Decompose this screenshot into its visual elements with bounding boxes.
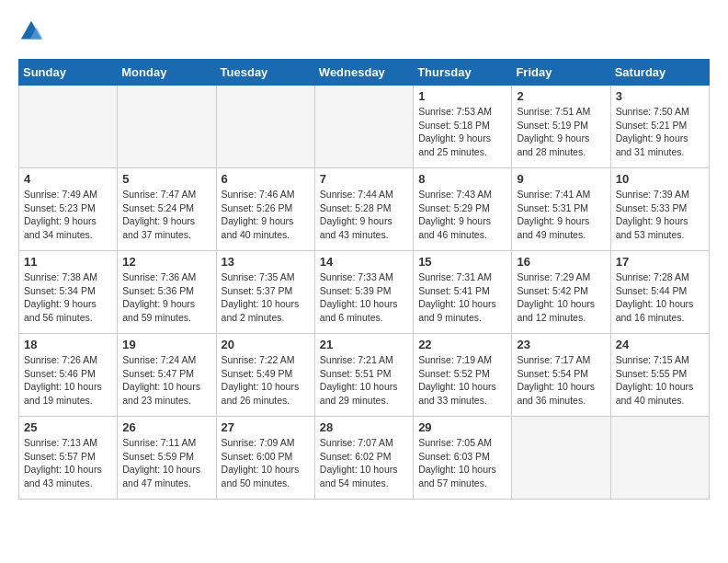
calendar-cell: 26Sunrise: 7:11 AM Sunset: 5:59 PM Dayli…: [118, 417, 216, 500]
day-number: 16: [517, 255, 605, 269]
day-info: Sunrise: 7:50 AM Sunset: 5:21 PM Dayligh…: [616, 105, 704, 159]
week-row-4: 18Sunrise: 7:26 AM Sunset: 5:46 PM Dayli…: [19, 334, 710, 417]
calendar-cell: [512, 417, 610, 500]
calendar-cell: 18Sunrise: 7:26 AM Sunset: 5:46 PM Dayli…: [19, 334, 118, 417]
day-info: Sunrise: 7:46 AM Sunset: 5:26 PM Dayligh…: [222, 188, 310, 242]
calendar-cell: 29Sunrise: 7:05 AM Sunset: 6:03 PM Dayli…: [414, 417, 512, 500]
page-header: [18, 18, 710, 44]
day-number: 3: [616, 89, 704, 103]
calendar-cell: 24Sunrise: 7:15 AM Sunset: 5:55 PM Dayli…: [610, 334, 709, 417]
day-info: Sunrise: 7:38 AM Sunset: 5:34 PM Dayligh…: [24, 270, 112, 325]
day-info: Sunrise: 7:19 AM Sunset: 5:52 PM Dayligh…: [418, 353, 506, 408]
day-info: Sunrise: 7:26 AM Sunset: 5:46 PM Dayligh…: [24, 353, 112, 408]
day-number: 26: [122, 420, 210, 434]
calendar-table: SundayMondayTuesdayWednesdayThursdayFrid…: [18, 59, 710, 500]
calendar-cell: 11Sunrise: 7:38 AM Sunset: 5:34 PM Dayli…: [19, 251, 118, 334]
header-monday: Monday: [118, 60, 216, 86]
header-row: SundayMondayTuesdayWednesdayThursdayFrid…: [19, 60, 710, 86]
week-row-5: 25Sunrise: 7:13 AM Sunset: 5:57 PM Dayli…: [19, 417, 710, 500]
calendar-cell: [314, 86, 413, 168]
day-number: 6: [222, 172, 310, 186]
calendar-cell: [19, 86, 118, 168]
calendar-cell: 12Sunrise: 7:36 AM Sunset: 5:36 PM Dayli…: [118, 251, 216, 334]
calendar-cell: 4Sunrise: 7:49 AM Sunset: 5:23 PM Daylig…: [19, 168, 118, 251]
day-number: 5: [122, 172, 210, 186]
day-number: 13: [222, 255, 310, 269]
day-info: Sunrise: 7:29 AM Sunset: 5:42 PM Dayligh…: [517, 270, 605, 325]
calendar-cell: 16Sunrise: 7:29 AM Sunset: 5:42 PM Dayli…: [512, 251, 610, 334]
day-number: 17: [616, 255, 704, 269]
day-number: 29: [418, 420, 506, 434]
calendar-cell: 22Sunrise: 7:19 AM Sunset: 5:52 PM Dayli…: [414, 334, 512, 417]
day-info: Sunrise: 7:09 AM Sunset: 6:00 PM Dayligh…: [222, 436, 310, 490]
header-friday: Friday: [512, 60, 610, 86]
calendar-cell: 15Sunrise: 7:31 AM Sunset: 5:41 PM Dayli…: [414, 251, 512, 334]
day-number: 9: [517, 172, 605, 186]
day-info: Sunrise: 7:43 AM Sunset: 5:29 PM Dayligh…: [418, 188, 506, 242]
day-info: Sunrise: 7:07 AM Sunset: 6:02 PM Dayligh…: [320, 436, 408, 490]
calendar-cell: 5Sunrise: 7:47 AM Sunset: 5:24 PM Daylig…: [118, 168, 216, 251]
day-info: Sunrise: 7:33 AM Sunset: 5:39 PM Dayligh…: [320, 270, 408, 325]
day-number: 14: [320, 255, 408, 269]
day-number: 25: [24, 420, 112, 434]
day-number: 12: [122, 255, 210, 269]
logo: [18, 18, 46, 44]
calendar-cell: 1Sunrise: 7:53 AM Sunset: 5:18 PM Daylig…: [414, 86, 512, 168]
calendar-cell: 2Sunrise: 7:51 AM Sunset: 5:19 PM Daylig…: [512, 86, 610, 168]
calendar-cell: 3Sunrise: 7:50 AM Sunset: 5:21 PM Daylig…: [610, 86, 709, 168]
calendar-cell: 7Sunrise: 7:44 AM Sunset: 5:28 PM Daylig…: [314, 168, 413, 251]
day-number: 28: [320, 420, 408, 434]
day-number: 24: [616, 338, 704, 351]
calendar-cell: 10Sunrise: 7:39 AM Sunset: 5:33 PM Dayli…: [610, 168, 709, 251]
day-number: 10: [616, 172, 704, 186]
calendar-cell: 17Sunrise: 7:28 AM Sunset: 5:44 PM Dayli…: [610, 251, 709, 334]
header-saturday: Saturday: [610, 60, 709, 86]
calendar-cell: 27Sunrise: 7:09 AM Sunset: 6:00 PM Dayli…: [216, 417, 314, 500]
calendar-cell: 8Sunrise: 7:43 AM Sunset: 5:29 PM Daylig…: [414, 168, 512, 251]
week-row-1: 1Sunrise: 7:53 AM Sunset: 5:18 PM Daylig…: [19, 86, 710, 168]
day-number: 2: [517, 89, 605, 103]
week-row-2: 4Sunrise: 7:49 AM Sunset: 5:23 PM Daylig…: [19, 168, 710, 251]
day-number: 4: [24, 172, 112, 186]
day-info: Sunrise: 7:49 AM Sunset: 5:23 PM Dayligh…: [24, 188, 112, 242]
day-info: Sunrise: 7:39 AM Sunset: 5:33 PM Dayligh…: [616, 188, 704, 242]
day-info: Sunrise: 7:51 AM Sunset: 5:19 PM Dayligh…: [517, 105, 605, 159]
calendar-cell: 13Sunrise: 7:35 AM Sunset: 5:37 PM Dayli…: [216, 251, 314, 334]
calendar-cell: 25Sunrise: 7:13 AM Sunset: 5:57 PM Dayli…: [19, 417, 118, 500]
day-number: 7: [320, 172, 408, 186]
header-tuesday: Tuesday: [216, 60, 314, 86]
day-info: Sunrise: 7:36 AM Sunset: 5:36 PM Dayligh…: [122, 270, 210, 325]
logo-icon: [18, 18, 44, 44]
day-number: 1: [418, 89, 506, 103]
day-number: 8: [418, 172, 506, 186]
day-info: Sunrise: 7:17 AM Sunset: 5:54 PM Dayligh…: [517, 353, 605, 408]
day-number: 19: [122, 338, 210, 351]
day-info: Sunrise: 7:53 AM Sunset: 5:18 PM Dayligh…: [418, 105, 506, 159]
day-number: 27: [222, 420, 310, 434]
calendar-cell: [118, 86, 216, 168]
calendar-cell: 21Sunrise: 7:21 AM Sunset: 5:51 PM Dayli…: [314, 334, 413, 417]
calendar-cell: 19Sunrise: 7:24 AM Sunset: 5:47 PM Dayli…: [118, 334, 216, 417]
header-wednesday: Wednesday: [314, 60, 413, 86]
day-number: 22: [418, 338, 506, 351]
day-info: Sunrise: 7:24 AM Sunset: 5:47 PM Dayligh…: [122, 353, 210, 408]
calendar-cell: [216, 86, 314, 168]
day-number: 11: [24, 255, 112, 269]
day-info: Sunrise: 7:41 AM Sunset: 5:31 PM Dayligh…: [517, 188, 605, 242]
day-number: 18: [24, 338, 112, 351]
day-info: Sunrise: 7:44 AM Sunset: 5:28 PM Dayligh…: [320, 188, 408, 242]
calendar-cell: 6Sunrise: 7:46 AM Sunset: 5:26 PM Daylig…: [216, 168, 314, 251]
day-number: 20: [222, 338, 310, 351]
day-info: Sunrise: 7:11 AM Sunset: 5:59 PM Dayligh…: [122, 436, 210, 490]
day-info: Sunrise: 7:47 AM Sunset: 5:24 PM Dayligh…: [122, 188, 210, 242]
calendar-cell: 23Sunrise: 7:17 AM Sunset: 5:54 PM Dayli…: [512, 334, 610, 417]
calendar-cell: 9Sunrise: 7:41 AM Sunset: 5:31 PM Daylig…: [512, 168, 610, 251]
day-info: Sunrise: 7:28 AM Sunset: 5:44 PM Dayligh…: [616, 270, 704, 325]
day-number: 15: [418, 255, 506, 269]
day-info: Sunrise: 7:05 AM Sunset: 6:03 PM Dayligh…: [418, 436, 506, 490]
day-info: Sunrise: 7:35 AM Sunset: 5:37 PM Dayligh…: [222, 270, 310, 325]
calendar-cell: 14Sunrise: 7:33 AM Sunset: 5:39 PM Dayli…: [314, 251, 413, 334]
day-info: Sunrise: 7:13 AM Sunset: 5:57 PM Dayligh…: [24, 436, 112, 490]
week-row-3: 11Sunrise: 7:38 AM Sunset: 5:34 PM Dayli…: [19, 251, 710, 334]
day-info: Sunrise: 7:15 AM Sunset: 5:55 PM Dayligh…: [616, 353, 704, 408]
